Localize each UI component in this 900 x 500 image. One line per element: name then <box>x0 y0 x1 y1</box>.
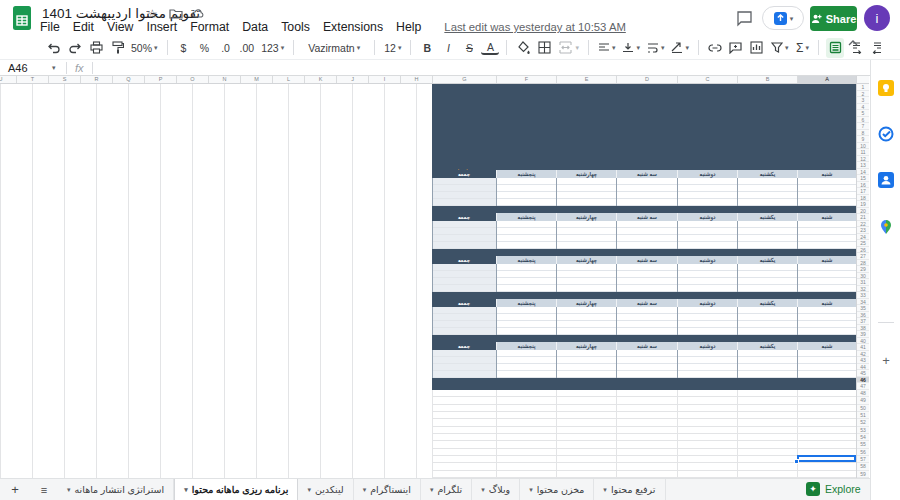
day-header-cell[interactable]: دوشنبه <box>677 213 737 221</box>
row-header-28[interactable]: 28 <box>857 260 869 267</box>
column-header-F[interactable]: F <box>496 76 556 83</box>
number-format-button[interactable]: 123▾ <box>259 38 286 58</box>
row-header-14[interactable]: 14 <box>857 169 869 176</box>
fill-handle[interactable] <box>794 459 799 464</box>
sheet-tab[interactable]: ▾ترفیع محتوا <box>594 479 665 500</box>
share-button[interactable]: Share <box>810 6 857 31</box>
text-rotation-button[interactable]: ▾ <box>669 38 691 58</box>
friday-body-cell[interactable] <box>432 264 496 292</box>
row-header-2[interactable]: 2 <box>857 91 869 98</box>
day-header-cell[interactable]: پنجشنبه <box>496 213 556 221</box>
get-addons-icon[interactable]: + <box>878 352 894 368</box>
day-body-cell[interactable] <box>616 350 677 378</box>
column-header-S[interactable]: S <box>48 76 80 83</box>
day-header-cell[interactable]: یکشنبه <box>737 213 797 221</box>
insert-link-button[interactable] <box>706 38 724 58</box>
day-body-cell[interactable] <box>797 221 856 249</box>
day-body-cell[interactable] <box>556 178 616 206</box>
day-header-cell[interactable]: چهارشنبه <box>556 213 616 221</box>
day-body-cell[interactable] <box>556 264 616 292</box>
text-color-button[interactable]: A <box>481 40 499 55</box>
day-body-cell[interactable] <box>616 307 677 335</box>
row-header-46[interactable]: 46 <box>857 377 869 384</box>
row-header-43[interactable]: 43 <box>857 357 869 364</box>
increase-decimal-button[interactable]: .00 <box>238 38 257 58</box>
friday-body-cell[interactable] <box>432 178 496 206</box>
menu-help[interactable]: Help <box>396 20 421 34</box>
contacts-icon[interactable] <box>878 172 894 188</box>
empty-cells-below-content[interactable] <box>432 390 856 478</box>
day-body-cell[interactable] <box>797 350 856 378</box>
undo-button[interactable] <box>45 38 63 58</box>
menu-view[interactable]: View <box>107 20 133 34</box>
friday-header-cell[interactable]: جمعه <box>432 213 496 221</box>
row-header-18[interactable]: 18 <box>857 195 869 202</box>
day-header-cell[interactable]: سه شنبه <box>616 170 677 178</box>
day-body-cell[interactable] <box>556 307 616 335</box>
friday-body-cell[interactable] <box>432 307 496 335</box>
select-all-corner[interactable] <box>856 76 869 84</box>
menu-insert[interactable]: Insert <box>146 20 177 34</box>
functions-button[interactable]: Σ▾ <box>793 38 811 58</box>
day-header-cell[interactable]: پنجشنبه <box>496 170 556 178</box>
row-header-39[interactable]: 39 <box>857 331 869 338</box>
row-header-27[interactable]: 27 <box>857 253 869 260</box>
day-body-cell[interactable] <box>556 221 616 249</box>
column-header-D[interactable]: D <box>616 76 677 83</box>
italic-button[interactable]: I <box>439 38 457 58</box>
format-currency-button[interactable]: $ <box>175 38 193 58</box>
day-body-cell[interactable] <box>797 264 856 292</box>
row-headers[interactable]: 1234567891011121314151617181920212223242… <box>856 84 869 478</box>
row-header-17[interactable]: 17 <box>857 188 869 195</box>
row-header-48[interactable]: 48 <box>857 390 869 397</box>
column-header-Q[interactable]: Q <box>112 76 144 83</box>
day-body-cell[interactable] <box>737 178 797 206</box>
day-body-cell[interactable] <box>677 221 737 249</box>
row-header-12[interactable]: 12 <box>857 156 869 163</box>
menu-tools[interactable]: Tools <box>281 20 310 34</box>
all-sheets-menu-icon[interactable]: ≡ <box>30 479 58 500</box>
title-block[interactable] <box>432 84 856 170</box>
column-header-U[interactable]: U <box>0 76 16 83</box>
keep-icon[interactable] <box>878 80 894 96</box>
row-header-56[interactable]: 56 <box>857 449 869 456</box>
day-header-cell[interactable]: شنبه <box>797 342 856 350</box>
day-header-cell[interactable]: پنجشنبه <box>496 342 556 350</box>
menu-format[interactable]: Format <box>190 20 229 34</box>
row-header-15[interactable]: 15 <box>857 175 869 182</box>
day-body-cell[interactable] <box>737 350 797 378</box>
column-headers[interactable]: ABCDEFGHIJKLMNOPQRSTU <box>0 76 856 84</box>
toolbar-collapse-icon[interactable] <box>848 40 858 46</box>
day-body-cell[interactable] <box>496 307 556 335</box>
day-body-cell[interactable] <box>797 307 856 335</box>
row-header-53[interactable]: 53 <box>857 427 869 434</box>
column-header-A[interactable]: A <box>797 76 856 83</box>
day-header-cell[interactable]: سه شنبه <box>616 299 677 307</box>
column-header-M[interactable]: M <box>240 76 272 83</box>
day-body-cell[interactable] <box>677 307 737 335</box>
day-header-cell[interactable]: چهارشنبه <box>556 256 616 264</box>
column-header-C[interactable]: C <box>677 76 737 83</box>
day-header-cell[interactable]: سه شنبه <box>616 256 677 264</box>
column-header-J[interactable]: J <box>336 76 368 83</box>
sheet-tab[interactable]: ▾تلگرام <box>421 479 472 500</box>
day-body-cell[interactable] <box>737 264 797 292</box>
column-header-H[interactable]: H <box>400 76 432 83</box>
day-body-cell[interactable] <box>737 307 797 335</box>
explore-button[interactable]: ✦ Explore <box>806 480 861 498</box>
friday-header-cell[interactable]: جمعه <box>432 256 496 264</box>
day-header-cell[interactable]: شنبه <box>797 170 856 178</box>
day-body-cell[interactable] <box>496 178 556 206</box>
friday-header-cell[interactable]: جمعه <box>432 299 496 307</box>
day-header-cell[interactable]: دوشنبه <box>677 256 737 264</box>
row-header-47[interactable]: 47 <box>857 383 869 390</box>
create-filter-button[interactable]: ▾ <box>769 38 791 58</box>
present-to-meeting-button[interactable]: ▾ <box>762 6 804 30</box>
row-header-37[interactable]: 37 <box>857 318 869 325</box>
maps-icon[interactable] <box>878 219 894 235</box>
row-header-24[interactable]: 24 <box>857 234 869 241</box>
column-header-T[interactable]: T <box>16 76 48 83</box>
column-header-G[interactable]: G <box>432 76 496 83</box>
font-size-select[interactable]: 12▾ <box>382 38 403 58</box>
day-header-cell[interactable]: شنبه <box>797 299 856 307</box>
